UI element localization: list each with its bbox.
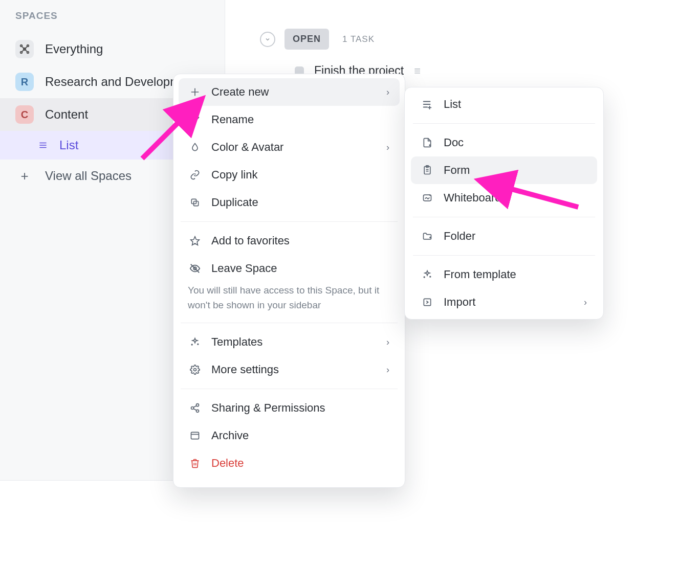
chevron-right-icon: › (584, 297, 587, 308)
sidebar-item-everything[interactable]: Everything (0, 33, 225, 65)
import-icon (421, 296, 433, 308)
chevron-right-icon: › (386, 87, 389, 98)
submenu-create-new: List Doc Form Whiteboard Folder From tem… (404, 87, 604, 320)
doc-icon (421, 137, 433, 149)
sidebar-item-label: Content (45, 107, 88, 122)
whiteboard-icon (421, 192, 433, 204)
menu-item-label: List (444, 98, 461, 111)
menu-item-label: Archive (211, 429, 249, 442)
eye-off-icon (189, 262, 201, 275)
submenu-import[interactable]: Import › (411, 288, 597, 316)
pencil-icon (189, 114, 201, 126)
menu-item-label: Color & Avatar (211, 141, 283, 154)
svg-point-22 (196, 404, 199, 406)
submenu-whiteboard[interactable]: Whiteboard (411, 184, 597, 212)
svg-line-25 (193, 405, 196, 407)
menu-separator (181, 389, 398, 389)
menu-separator (181, 221, 398, 222)
menu-item-label: Sharing & Permissions (211, 401, 325, 415)
menu-separator (413, 217, 595, 217)
svg-point-19 (198, 344, 199, 345)
menu-item-label: Delete (211, 457, 244, 470)
svg-line-5 (21, 46, 25, 49)
menu-item-label: Whiteboard (444, 191, 501, 205)
status-pill-open[interactable]: OPEN (285, 29, 329, 50)
svg-line-26 (193, 409, 196, 410)
svg-point-23 (191, 407, 194, 410)
everything-icon (15, 40, 34, 58)
droplet-icon (189, 141, 201, 153)
svg-point-20 (191, 344, 192, 345)
share-icon (189, 402, 201, 414)
gear-icon (189, 364, 201, 376)
submenu-from-template[interactable]: From template (411, 261, 597, 288)
copy-icon (189, 196, 201, 209)
menu-sharing[interactable]: Sharing & Permissions (179, 394, 400, 422)
menu-separator (413, 255, 595, 256)
link-icon (189, 169, 201, 181)
task-count: 1 TASK (342, 34, 375, 44)
plus-icon (189, 86, 201, 98)
menu-color-avatar[interactable]: Color & Avatar › (179, 133, 400, 161)
menu-templates[interactable]: Templates › (179, 328, 400, 356)
menu-leave-description: You will still have access to this Space… (176, 282, 403, 318)
chevron-right-icon: › (386, 337, 389, 348)
archive-icon (189, 429, 201, 442)
folder-plus-icon (421, 230, 433, 242)
menu-item-label: Create new (211, 85, 269, 99)
menu-rename[interactable]: Rename (179, 106, 400, 133)
star-icon (189, 235, 201, 247)
sidebar-heading: SPACES (0, 8, 225, 33)
menu-item-label: Add to favorites (211, 234, 290, 247)
menu-item-label: Templates (211, 335, 262, 349)
svg-line-8 (25, 49, 28, 52)
menu-favorites[interactable]: Add to favorites (179, 227, 400, 255)
submenu-doc[interactable]: Doc (411, 129, 597, 156)
menu-more-settings[interactable]: More settings › (179, 356, 400, 383)
sidebar-item-label: View all Spaces (45, 169, 132, 183)
menu-create-new[interactable]: Create new › (179, 78, 400, 106)
submenu-folder[interactable]: Folder (411, 222, 597, 250)
drag-handle-icon[interactable]: ≡ (414, 64, 419, 78)
menu-item-label: From template (444, 268, 516, 281)
menu-separator (413, 123, 595, 124)
svg-marker-16 (191, 237, 200, 245)
menu-item-label: Import (444, 296, 475, 309)
menu-item-label: Rename (211, 113, 254, 126)
chevron-right-icon: › (386, 142, 389, 153)
menu-copy-link[interactable]: Copy link (179, 161, 400, 189)
submenu-form[interactable]: Form (411, 156, 597, 184)
menu-delete[interactable]: Delete (179, 449, 400, 477)
collapse-toggle[interactable] (260, 32, 275, 47)
chevron-right-icon: › (386, 365, 389, 375)
svg-point-44 (424, 277, 425, 278)
sparkle-icon (421, 268, 433, 281)
sparkle-icon (189, 336, 201, 348)
space-badge-c: C (15, 105, 34, 124)
svg-point-43 (430, 276, 431, 277)
form-icon (421, 164, 433, 176)
menu-item-label: Form (444, 164, 470, 177)
trash-icon (189, 457, 201, 469)
svg-line-7 (21, 49, 25, 52)
menu-item-label: More settings (211, 363, 279, 376)
svg-point-24 (196, 410, 199, 412)
submenu-list[interactable]: List (411, 91, 597, 118)
menu-item-label: Leave Space (211, 262, 277, 275)
svg-rect-45 (424, 299, 430, 305)
list-plus-icon (421, 98, 433, 110)
list-icon (37, 139, 49, 151)
context-menu-space: Create new › Rename Color & Avatar › Cop… (173, 74, 405, 488)
menu-item-label: Duplicate (211, 196, 258, 209)
plus-icon: + (15, 167, 34, 185)
menu-item-label: Doc (444, 136, 464, 149)
menu-duplicate[interactable]: Duplicate (179, 189, 400, 216)
sidebar-item-label: Everything (45, 42, 103, 56)
menu-leave-space[interactable]: Leave Space (179, 255, 400, 282)
menu-archive[interactable]: Archive (179, 422, 400, 449)
menu-item-label: Copy link (211, 168, 257, 182)
svg-point-21 (194, 369, 196, 371)
menu-separator (181, 323, 398, 323)
svg-rect-27 (191, 432, 199, 439)
sidebar-item-label: List (59, 138, 78, 152)
